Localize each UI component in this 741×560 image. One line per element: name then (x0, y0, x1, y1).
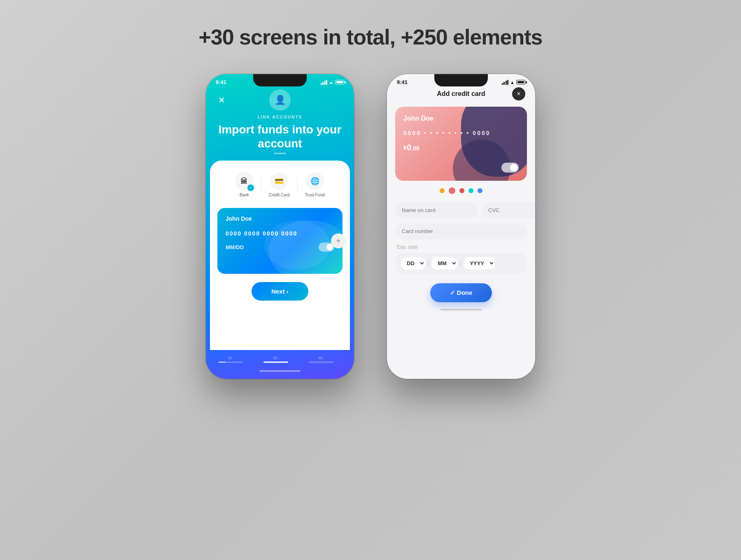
phone2-screen-title: Add credit card (437, 90, 485, 98)
balance-amount: 0.00 (407, 143, 419, 152)
phone2-close-button[interactable]: × (512, 87, 525, 100)
phone1-wifi-icon: ▲ (329, 80, 333, 85)
phone2-card-name: John Doe (403, 115, 519, 122)
phone1-tab-bank[interactable]: 🏛 ✓ Bank (228, 169, 261, 201)
phone2-header: Add credit card × (387, 85, 535, 103)
phone1-tab-creditcard-label: Credit Card (268, 193, 289, 197)
color-dot-blue[interactable] (478, 188, 482, 193)
color-dot-pink-active[interactable] (449, 187, 455, 194)
year-select[interactable]: YYYY (464, 257, 495, 269)
phone-2: 9:41 ▲ Add credit card × John Doe 000 (387, 74, 535, 379)
exp-date-label: Exp. date (395, 244, 527, 250)
phone2-color-dots (387, 187, 535, 194)
phone1-progress-area: 01. 02. 03. (206, 350, 354, 367)
phone1-status-icons: ▲ (321, 80, 344, 85)
cvc-input[interactable] (482, 202, 535, 218)
phone1-credit-card: John Doe 0000 0000 0000 0000 MM/DD (217, 208, 343, 274)
phone1-divider (274, 153, 286, 154)
phone2-card-toggle[interactable] (501, 163, 519, 173)
phone1-tab-trustfund-label: Trust Fund (305, 193, 325, 197)
dollar-sign: $ (403, 145, 406, 151)
phone1-progress-label-3: 03. (319, 356, 324, 360)
phone2-form: Exp. date DD | MM | YYYY Done (387, 202, 535, 302)
phone1-progress-step-3: 03. (309, 356, 333, 363)
color-dot-orange[interactable] (440, 188, 445, 193)
credit-card-icon: 💳 (270, 172, 288, 190)
phone2-signal (502, 80, 509, 85)
phone1-progress-track-3 (309, 362, 333, 363)
bank-check-icon: ✓ (247, 184, 254, 191)
phone1-avatar: 👤 (269, 89, 291, 111)
phone1-home-indicator (259, 370, 301, 372)
name-on-card-input[interactable] (395, 202, 478, 218)
phone2-form-row-2 (395, 223, 527, 239)
phone1-add-card-button[interactable]: + (331, 233, 346, 248)
phone2-status-icons: ▲ (502, 80, 525, 85)
phone-1: 9:41 ▲ ✕ 👤 LINK ACCOUNTS Import funds in… (206, 74, 354, 379)
phone1-progress-label-2: 02. (273, 356, 279, 360)
trust-fund-icon: 🌐 (306, 172, 324, 190)
phone2-card-display: John Doe 0000 • • • • • • • • 0000 $ 0.0… (395, 107, 527, 181)
phone1-progress-label-1: 01. (228, 356, 233, 360)
day-select[interactable]: DD (401, 257, 425, 269)
phone1-next-button[interactable]: Next › (252, 282, 308, 301)
phone1-header: ✕ 👤 (206, 85, 354, 115)
phone2-card-number: 0000 • • • • • • • • 0000 (403, 130, 519, 136)
phone2-date-row: DD | MM | YYYY (395, 253, 527, 273)
phone1-progress-track-2 (263, 362, 288, 363)
phone1-time: 9:41 (216, 79, 226, 85)
phone1-card-date: MM/DD (226, 244, 244, 250)
color-dot-red[interactable] (459, 188, 464, 193)
phone1-card-area: 🏛 ✓ Bank 💳 Credit Card 🌐 Trust Fund (210, 161, 350, 350)
phone1-progress-track-1 (218, 362, 243, 363)
phone2-home-indicator (440, 309, 482, 310)
phone2-form-row-1 (395, 202, 527, 218)
phone1-battery-icon (335, 80, 344, 84)
phone2-time: 9:41 (397, 79, 408, 85)
phone2-notch (434, 74, 488, 86)
phone1-progress-step-1: 01. (218, 356, 243, 363)
phone1-tab-creditcard[interactable]: 💳 Credit Card (261, 169, 297, 201)
date-divider-2: | (460, 260, 461, 267)
color-dot-teal[interactable] (468, 188, 473, 193)
phone1-title: Import funds into youraccount (206, 123, 354, 150)
phone1-tab-bank-label: Bank (240, 193, 249, 197)
phone1-notch (253, 74, 307, 86)
card-number-input[interactable] (395, 223, 527, 239)
bank-icon: 🏛 ✓ (235, 172, 253, 190)
phone2-wifi-icon: ▲ (510, 80, 515, 85)
phone1-close-button[interactable]: ✕ (216, 94, 227, 106)
phone1-progress-fill-1 (218, 362, 226, 363)
phone2-done-button[interactable]: Done (430, 283, 492, 302)
month-select[interactable]: MM (432, 257, 457, 269)
phone2-battery-icon (516, 80, 525, 84)
phone1-tabs: 🏛 ✓ Bank 💳 Credit Card 🌐 Trust Fund (217, 169, 343, 201)
date-divider-1: | (428, 260, 429, 267)
phone1-card-wrap: John Doe 0000 0000 0000 0000 MM/DD + (217, 208, 343, 274)
phone1-subtitle: LINK ACCOUNTS (206, 115, 354, 119)
page-title: +30 screens in total, +250 elements (198, 25, 542, 49)
phones-container: 9:41 ▲ ✕ 👤 LINK ACCOUNTS Import funds in… (206, 74, 535, 379)
phone1-tab-trustfund[interactable]: 🌐 Trust Fund (298, 169, 332, 201)
phone2-card-balance: $ 0.00 (403, 143, 519, 152)
phone1-signal (321, 80, 328, 85)
phone1-progress-step-2: 02. (263, 356, 288, 363)
phone1-progress-fill-2 (263, 362, 288, 363)
